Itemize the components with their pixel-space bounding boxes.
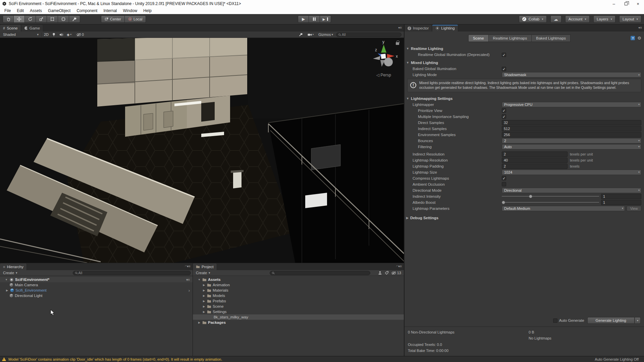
project-folder-prefabs[interactable]: ▶Prefabs <box>193 298 404 304</box>
auto-generate-lighting-status[interactable]: Auto Generate Lighting Off <box>595 357 642 361</box>
scene-camera-dropdown[interactable]: ▾ <box>306 32 316 37</box>
tab-scene[interactable]: #Scene <box>0 25 21 32</box>
directional-mode-dropdown[interactable]: Directional▾ <box>502 188 641 193</box>
scene-effects-dropdown[interactable]: ◈▾ <box>65 32 73 37</box>
scene-audio-toggle[interactable] <box>57 32 65 37</box>
indirect-intensity-slider[interactable] <box>502 194 599 199</box>
project-folder-settings[interactable]: ▶Settings <box>193 309 404 314</box>
gizmos-dropdown[interactable]: Gizmos▾ <box>317 32 335 37</box>
foldout-closed-icon[interactable]: ▶ <box>198 321 201 324</box>
foldout-closed-icon[interactable]: ▶ <box>202 305 206 308</box>
pivot-center-button[interactable]: Center <box>101 15 125 23</box>
albedo-boost-slider[interactable] <box>502 200 599 205</box>
section-debug-settings[interactable]: ▶Debug Settings <box>405 215 644 221</box>
ambient-occlusion-checkbox[interactable] <box>502 182 506 186</box>
close-button[interactable]: × <box>632 0 644 7</box>
hierarchy-search-input[interactable]: All <box>73 271 191 275</box>
indirect-resolution-field[interactable]: 2 <box>502 152 568 157</box>
menu-component[interactable]: Component <box>73 7 100 14</box>
tab-project[interactable]: Project <box>193 263 217 270</box>
subtab-baked-lightmaps[interactable]: Baked Lightmaps <box>532 35 571 42</box>
direct-samples-field[interactable]: 32 <box>502 120 641 125</box>
console-warning-text[interactable]: Model 'SciFiDoor' contains animation cli… <box>8 357 222 361</box>
project-hidden-count[interactable]: 13 <box>391 271 401 275</box>
panel-menu-icon[interactable]: ▾≡ <box>398 26 402 29</box>
compress-lightmaps-checkbox[interactable]: ✓ <box>502 176 506 180</box>
scene-viewport[interactable]: y z x ◁ Persp <box>0 38 404 263</box>
scene-search-input[interactable]: All <box>336 33 401 37</box>
project-asset-selected[interactable]: 8k_stars_milky_way <box>193 314 404 320</box>
hierarchy-create-button[interactable]: Create▾ <box>1 271 19 275</box>
minimize-button[interactable]: – <box>608 0 620 7</box>
move-tool-button[interactable] <box>14 15 25 23</box>
component-tools-button[interactable] <box>297 32 305 37</box>
tab-lighting[interactable]: Lighting <box>432 25 458 32</box>
panel-menu-icon[interactable]: ▾≡ <box>187 264 191 268</box>
section-lightmapping-settings[interactable]: ▼Lightmapping Settings <box>405 96 644 102</box>
foldout-open-icon[interactable]: ▼ <box>198 278 201 281</box>
tab-hierarchy[interactable]: ≡Hierarchy <box>0 263 27 270</box>
lightmap-resolution-field[interactable]: 40 <box>502 158 568 163</box>
hierarchy-item-main-camera[interactable]: Main Camera <box>0 282 193 288</box>
importance-sampling-checkbox[interactable]: ✓ <box>502 114 506 119</box>
foldout-closed-icon[interactable]: ▶ <box>202 310 206 313</box>
bounces-dropdown[interactable]: 2▾ <box>502 138 641 143</box>
menu-window[interactable]: Window <box>120 7 140 14</box>
chevron-down-icon[interactable]: ▾ <box>635 317 641 324</box>
menu-gameobject[interactable]: GameObject <box>45 7 73 14</box>
project-folder-packages[interactable]: ▶ Packages <box>193 320 404 325</box>
prefab-open-chevron-icon[interactable]: › <box>189 288 190 293</box>
pan-tool-button[interactable] <box>3 15 14 23</box>
scene-header-row[interactable]: ▼ SciFiEnvironment* ▾≡ <box>0 277 193 282</box>
step-button[interactable]: ▶ <box>320 15 331 23</box>
project-folder-assets[interactable]: ▼ Assets <box>193 277 404 282</box>
subtab-realtime-lightmaps[interactable]: Realtime Lightmaps <box>489 35 532 42</box>
foldout-closed-icon[interactable]: ▶ <box>202 294 206 297</box>
indirect-intensity-field[interactable]: 1 <box>601 194 641 199</box>
menu-file[interactable]: File <box>1 7 14 14</box>
projection-label[interactable]: ◁ Persp <box>366 73 401 77</box>
collab-dropdown[interactable]: ✓ Collab▾ <box>519 15 547 23</box>
panel-menu-icon[interactable]: ▾≡ <box>638 26 642 29</box>
help-icon[interactable]: ? <box>631 36 635 40</box>
toggle-2d-button[interactable]: 2D <box>42 32 50 37</box>
section-mixed-lighting[interactable]: ▼Mixed Lighting <box>405 60 644 66</box>
pivot-local-button[interactable]: Local <box>125 15 146 23</box>
indirect-samples-field[interactable]: 512 <box>502 126 641 131</box>
filtering-dropdown[interactable]: Auto▾ <box>502 144 641 149</box>
rotate-tool-button[interactable] <box>25 15 36 23</box>
foldout-closed-icon[interactable]: ▶ <box>202 289 206 292</box>
menu-edit[interactable]: Edit <box>14 7 27 14</box>
project-folder-models[interactable]: ▶Models <box>193 293 404 298</box>
foldout-closed-icon[interactable]: ▶ <box>202 300 206 303</box>
hierarchy-item-directional-light[interactable]: Directional Light <box>0 293 193 298</box>
tab-inspector[interactable]: iInspector <box>405 25 432 32</box>
scene-visibility-toggle[interactable]: 0 <box>75 32 86 37</box>
view-button[interactable]: View <box>627 206 641 211</box>
restore-button[interactable] <box>620 0 632 7</box>
scene-lighting-toggle[interactable] <box>50 32 57 37</box>
project-folder-animation[interactable]: ▶Animation <box>193 282 404 288</box>
rect-tool-button[interactable] <box>47 15 58 23</box>
environment-samples-field[interactable]: 256 <box>502 132 641 137</box>
menu-help[interactable]: Help <box>140 7 155 14</box>
realtime-gi-checkbox[interactable]: ✓ <box>502 53 506 57</box>
project-folder-scene[interactable]: ▶Scene <box>193 304 404 309</box>
pause-button[interactable] <box>309 15 320 23</box>
foldout-open-icon[interactable]: ▼ <box>5 278 8 281</box>
label-filter-icon[interactable] <box>385 271 389 275</box>
subtab-scene[interactable]: Scene <box>468 35 489 42</box>
play-button[interactable]: ▶ <box>298 15 309 23</box>
transform-tool-button[interactable] <box>58 15 69 23</box>
custom-tool-button[interactable] <box>69 15 80 23</box>
lighting-mode-dropdown[interactable]: Shadowmask▾ <box>502 72 641 77</box>
viewport-lock-icon[interactable] <box>396 41 399 45</box>
auto-generate-toggle[interactable]: Auto Generate <box>553 318 584 323</box>
person-filter-icon[interactable] <box>378 271 382 275</box>
section-realtime-lighting[interactable]: ▼Realtime Lighting <box>405 46 644 52</box>
lightmap-parameters-dropdown[interactable]: Default-Medium▾ <box>502 206 625 211</box>
cloud-button[interactable]: ☁ <box>550 15 561 23</box>
foldout-closed-icon[interactable]: ▶ <box>5 289 9 292</box>
layers-dropdown[interactable]: Layers▾ <box>593 15 615 23</box>
gear-icon[interactable]: ⚙ <box>637 36 641 41</box>
